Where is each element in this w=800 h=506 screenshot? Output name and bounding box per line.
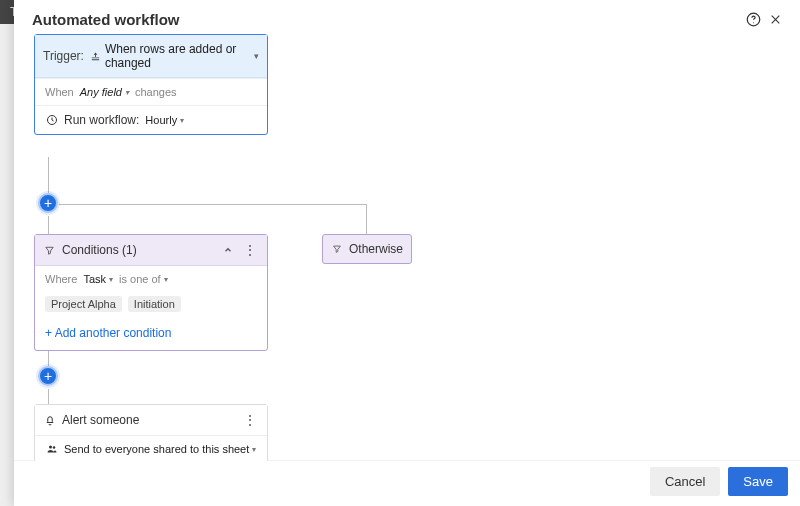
alert-header: Alert someone ⋮ <box>35 405 267 436</box>
add-step-button[interactable]: + <box>38 193 58 213</box>
conditions-header: Conditions (1) ⋮ <box>35 235 267 266</box>
condition-op-dropdown[interactable]: is one of▾ <box>119 273 168 285</box>
trigger-header: Trigger: When rows are added or changed … <box>35 35 267 78</box>
condition-field-dropdown[interactable]: Task▾ <box>83 273 113 285</box>
trigger-block: Trigger: When rows are added or changed … <box>34 34 268 135</box>
chip-initiation[interactable]: Initiation <box>128 296 181 312</box>
caret-down-icon: ▾ <box>254 51 259 61</box>
alert-send-row: Send to everyone shared to this sheet▾ <box>35 436 267 461</box>
svg-point-3 <box>49 446 52 449</box>
run-frequency-dropdown[interactable]: Hourly▾ <box>145 114 184 126</box>
connector <box>59 204 366 205</box>
conditions-menu-icon[interactable]: ⋮ <box>241 242 259 258</box>
bell-icon <box>43 414 56 426</box>
automated-workflow-modal: Automated workflow + + Trigger: <box>14 0 800 506</box>
when-label: When <box>45 86 74 98</box>
svg-point-4 <box>52 446 55 449</box>
clock-icon <box>45 114 58 126</box>
alert-block: Alert someone ⋮ Send to everyone shared … <box>34 404 268 461</box>
conditions-title: Conditions (1) <box>62 243 137 257</box>
connector <box>48 216 49 235</box>
add-step-button[interactable]: + <box>38 366 58 386</box>
add-condition-link[interactable]: Add another condition <box>35 320 267 350</box>
connector <box>48 389 49 405</box>
otherwise-block[interactable]: Otherwise <box>322 234 412 264</box>
modal-header: Automated workflow <box>14 0 800 34</box>
condition-values[interactable]: Project Alpha Initiation <box>35 292 267 320</box>
connector <box>48 157 49 193</box>
alert-title: Alert someone <box>62 413 139 427</box>
conditions-block: Conditions (1) ⋮ Where Task▾ is one of▾ … <box>34 234 268 351</box>
trigger-when-row: When Any field▾ changes <box>35 78 267 105</box>
save-button[interactable]: Save <box>728 467 788 496</box>
when-field-dropdown[interactable]: Any field▾ <box>80 86 129 98</box>
filter-icon <box>331 244 344 254</box>
collapse-icon[interactable] <box>221 245 235 255</box>
filter-icon <box>43 245 56 256</box>
svg-point-1 <box>753 22 754 23</box>
workflow-canvas: + + Trigger: When rows are added or chan… <box>14 34 800 461</box>
chip-project-alpha[interactable]: Project Alpha <box>45 296 122 312</box>
connector <box>366 204 367 234</box>
people-icon <box>45 443 58 455</box>
trigger-type-text: When rows are added or changed <box>105 42 248 70</box>
help-icon[interactable] <box>742 8 764 30</box>
trigger-label: Trigger: <box>43 49 84 63</box>
otherwise-label: Otherwise <box>349 242 403 256</box>
where-label: Where <box>45 273 77 285</box>
trigger-type-dropdown[interactable]: When rows are added or changed ▾ <box>90 42 259 70</box>
trigger-run-row: Run workflow: Hourly▾ <box>35 105 267 134</box>
modal-footer: Cancel Save <box>14 461 800 506</box>
run-workflow-label: Run workflow: <box>64 113 139 127</box>
condition-row: Where Task▾ is one of▾ <box>35 266 267 292</box>
alert-menu-icon[interactable]: ⋮ <box>241 412 259 428</box>
send-to-dropdown[interactable]: Send to everyone shared to this sheet▾ <box>64 443 256 455</box>
cancel-button[interactable]: Cancel <box>650 467 720 496</box>
close-icon[interactable] <box>764 8 786 30</box>
changes-label: changes <box>135 86 177 98</box>
modal-title: Automated workflow <box>32 11 180 28</box>
rows-icon <box>90 51 101 62</box>
